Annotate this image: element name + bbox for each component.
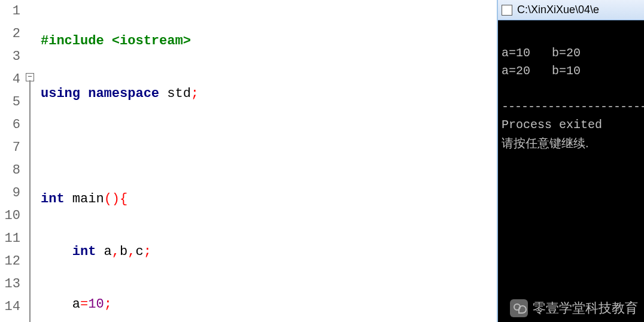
line-number: 12 xyxy=(0,250,20,273)
ident-token: std xyxy=(159,86,191,101)
fold-column: − xyxy=(24,0,36,322)
app-icon xyxy=(502,5,512,16)
preproc-token: #include xyxy=(41,34,112,48)
ident-token: main xyxy=(65,192,104,206)
code-area[interactable]: #include <iostream> using namespace std;… xyxy=(36,0,497,322)
code-editor[interactable]: 1 2 3 4 5 6 7 8 9 10 11 12 13 14 − #incl… xyxy=(0,0,497,322)
line-number: 7 xyxy=(0,136,20,159)
code-line: int a,b,c; xyxy=(41,241,497,263)
code-line: int main(){ xyxy=(41,188,497,211)
line-number: 10 xyxy=(0,205,20,227)
console-window: C:\XinXiXue\04\e a=10 b=20 a=20 b=10 ---… xyxy=(497,0,644,322)
wechat-icon xyxy=(510,299,528,317)
code-line xyxy=(41,135,497,158)
line-number: 14 xyxy=(0,296,20,318)
fold-guide-line xyxy=(29,80,31,322)
line-number: 9 xyxy=(0,182,20,205)
output-separator: ---------------------- xyxy=(502,100,644,114)
line-number: 3 xyxy=(0,45,20,68)
code-line: #include <iostream> xyxy=(41,30,497,53)
keyword-token: int xyxy=(41,192,65,206)
exit-message: Process exited xyxy=(502,118,602,132)
line-number: 1 xyxy=(0,0,20,23)
code-line: a=10; xyxy=(41,293,497,316)
keyword-token: namespace xyxy=(88,86,159,101)
line-number: 6 xyxy=(0,114,20,136)
output-line: a=10 b=20 xyxy=(502,46,581,60)
line-number-gutter: 1 2 3 4 5 6 7 8 9 10 11 12 13 14 xyxy=(0,0,24,322)
punct-token: ) xyxy=(112,192,120,206)
watermark-text: 零壹学堂科技教育 xyxy=(533,299,638,317)
punct-token: ( xyxy=(104,192,112,206)
line-number: 2 xyxy=(0,23,20,45)
punct-token: { xyxy=(120,192,127,206)
punct-token: ; xyxy=(191,86,199,101)
line-number: 4 xyxy=(0,68,20,91)
include-token: <iostream> xyxy=(112,34,191,48)
continue-prompt: 请按任意键继续. xyxy=(502,136,589,150)
output-line: a=20 b=10 xyxy=(502,64,581,78)
watermark: 零壹学堂科技教育 xyxy=(510,299,638,317)
line-number: 5 xyxy=(0,91,20,114)
code-line: using namespace std; xyxy=(41,83,497,105)
console-title: C:\XinXiXue\04\e xyxy=(517,4,599,16)
console-title-bar[interactable]: C:\XinXiXue\04\e xyxy=(498,0,644,20)
line-number: 13 xyxy=(0,273,20,296)
line-number: 8 xyxy=(0,159,20,182)
line-number: 11 xyxy=(0,227,20,250)
keyword-token: using xyxy=(41,86,80,101)
keyword-token: int xyxy=(72,244,96,259)
console-output[interactable]: a=10 b=20 a=20 b=10 --------------------… xyxy=(498,20,644,177)
